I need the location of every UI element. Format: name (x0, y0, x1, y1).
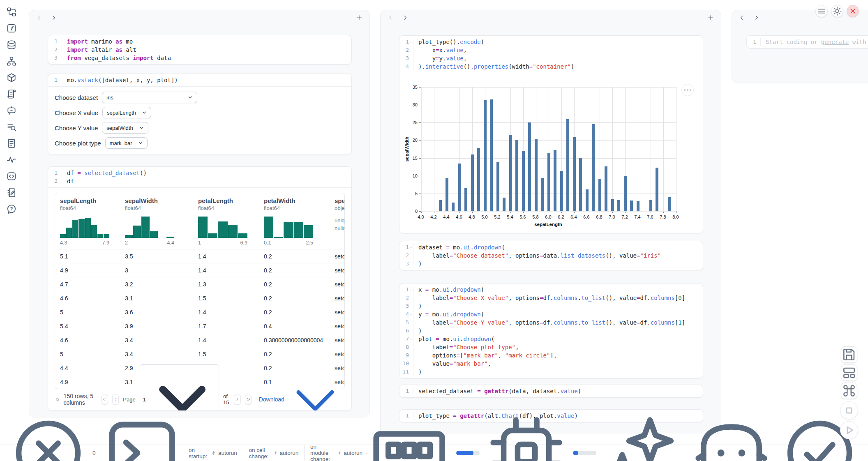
sidebar-package-button[interactable] (6, 72, 17, 83)
first-page-button[interactable] (102, 394, 108, 405)
table-row[interactable]: 4.63.11.50.2setosa (55, 291, 344, 305)
code-editor[interactable]: 1plot_type().encode(2 x=x.value,3 y=y.va… (399, 36, 703, 73)
x-tick-label: 4.6 (456, 214, 462, 219)
table-row[interactable]: 4.73.21.30.2setosa (55, 277, 344, 291)
runtime-config-0[interactable]: on startup:autorun (189, 447, 237, 459)
close-button[interactable] (847, 5, 859, 17)
errors-badge[interactable]: 0 (7, 411, 95, 461)
notebook-column-3: 1Start coding or generate with AI! (732, 10, 868, 83)
copilot-button[interactable] (690, 411, 773, 461)
column-scroll-right-button[interactable] (402, 14, 409, 21)
search-icon (55, 396, 60, 403)
stop-button[interactable] (840, 401, 858, 420)
dropdown-select-0[interactable]: iris (102, 92, 197, 103)
sidebar-notebook-button[interactable] (6, 187, 17, 198)
dropdown-select-2[interactable]: sepalWidth (102, 122, 148, 134)
table-row[interactable]: 53.41.50.2setosa (55, 347, 344, 361)
chevron-left-icon (387, 14, 394, 21)
settings-button[interactable] (831, 5, 843, 17)
chart-bar (617, 200, 620, 211)
y-tick-label: 10 (401, 173, 418, 178)
add-column-button[interactable] (707, 14, 714, 21)
column-header-sepalLength[interactable]: sepalLengthfloat644.37.9 (55, 193, 120, 249)
download-button[interactable]: Download (259, 371, 344, 411)
line-number: 6 (399, 327, 413, 335)
table-cell: 1.5 (193, 291, 259, 305)
last-page-button[interactable] (245, 394, 252, 405)
page-select[interactable]: 1 (140, 364, 219, 411)
chart-bar (605, 166, 607, 211)
sidebar-tracing-button[interactable] (6, 154, 17, 165)
column-scroll-right-button[interactable] (753, 14, 760, 21)
add-column-button[interactable] (356, 14, 363, 21)
code-editor[interactable]: 1selected_dataset = getattr(data, datase… (399, 385, 703, 397)
sidebar-functions-button[interactable]: f (6, 23, 17, 34)
bolt-icon (274, 450, 277, 456)
column-scroll-left-button[interactable] (739, 14, 745, 21)
save-button[interactable] (841, 346, 857, 363)
run-button[interactable] (840, 421, 858, 439)
table-row[interactable]: 5.43.91.70.4setosa (55, 319, 344, 333)
chart-bar (522, 151, 525, 211)
column-scroll-left-button[interactable] (36, 14, 42, 21)
x-tick-label: 7.8 (660, 214, 666, 219)
cpu-icon (485, 411, 568, 461)
code-editor[interactable]: 1import marimo as mo2import altair as al… (48, 35, 351, 64)
dropdown-select-3[interactable]: mark_bar (105, 137, 148, 149)
chart-actions-button[interactable] (681, 84, 694, 96)
chevron-down-bold-icon (149, 366, 216, 411)
x-tick-label: 4.2 (430, 214, 436, 219)
table-search-icon[interactable] (55, 396, 60, 403)
code-editor[interactable]: 1df = selected_dataset()2df (48, 167, 351, 187)
chevron-left-icon (739, 14, 745, 21)
column-scroll-left-button[interactable] (387, 14, 394, 21)
table-row[interactable]: 4.931.40.2setosa (55, 263, 344, 277)
config-label: on module change: (310, 444, 335, 461)
column-header-species[interactable]: speciesobjectunique:nulls: (330, 193, 344, 249)
code-editor[interactable]: 1mo.vstack([dataset, x, y, plot]) (48, 74, 351, 86)
column-scroll-right-button[interactable] (51, 14, 57, 21)
sidebar-help-button[interactable]: ? (6, 204, 17, 214)
code-editor[interactable]: 1x = mo.ui.dropdown(2 label="Choose X va… (399, 284, 703, 378)
runtime-config-2[interactable]: on module change:autorun (310, 444, 367, 461)
sidebar-ai-chat-button[interactable] (6, 105, 17, 116)
command-palette-button[interactable] (841, 383, 857, 399)
table-cell: 3.9 (120, 319, 193, 333)
terminal-button[interactable] (99, 410, 185, 461)
table-cell: 5.1 (55, 249, 120, 263)
sidebar-dependency-graph-button[interactable] (6, 56, 17, 67)
line-number: 3 (399, 260, 413, 268)
next-page-button[interactable] (234, 394, 240, 405)
chevron-left-icon (36, 14, 42, 21)
column-header-petalWidth[interactable]: petalWidthfloat640.12.5 (259, 193, 330, 249)
close-icon (847, 5, 859, 17)
table-row[interactable]: 53.61.40.2setosa (55, 305, 344, 319)
y-tick-label: 35 (401, 85, 418, 90)
layout-toggle-button[interactable] (841, 364, 857, 381)
config-label: on cell change: (249, 447, 271, 459)
column-2-header (381, 10, 721, 25)
menu-button[interactable] (815, 5, 828, 17)
sidebar-database-button[interactable] (6, 39, 17, 50)
chart-bar (535, 139, 538, 211)
sidebar-scratchpad-button[interactable] (6, 122, 17, 132)
prev-page-button[interactable] (112, 394, 119, 405)
sidebar-snippets-button[interactable] (6, 171, 17, 182)
sidebar-logs-button[interactable] (6, 89, 17, 99)
chevron-left-icon (113, 394, 118, 404)
column-header-sepalWidth[interactable]: sepalWidthfloat6424.4 (120, 193, 193, 249)
sidebar-file-tree-button[interactable] (6, 7, 17, 17)
table-row[interactable]: 4.63.41.40.30000000000000004setosa (55, 333, 344, 347)
code-editor[interactable]: 1dataset = mo.ui.dropdown(2 label="Choos… (399, 241, 703, 270)
dropdown-value: sepalLength (107, 110, 136, 116)
sidebar-documentation-button[interactable] (6, 138, 17, 149)
save-icon (841, 347, 857, 362)
code-editor-placeholder[interactable]: 1Start coding or generate with AI! (747, 36, 868, 48)
package-icon (6, 72, 17, 83)
runtime-config-1[interactable]: on cell change:autorun (249, 447, 298, 459)
ai-sparkles-button[interactable] (601, 411, 685, 461)
column-header-petalLength[interactable]: petalLengthfloat6416.9 (193, 193, 259, 249)
line-number: 1 (747, 38, 761, 46)
dropdown-select-1[interactable]: sepalLength (102, 107, 151, 118)
table-row[interactable]: 5.13.51.40.2setosa (55, 249, 344, 263)
